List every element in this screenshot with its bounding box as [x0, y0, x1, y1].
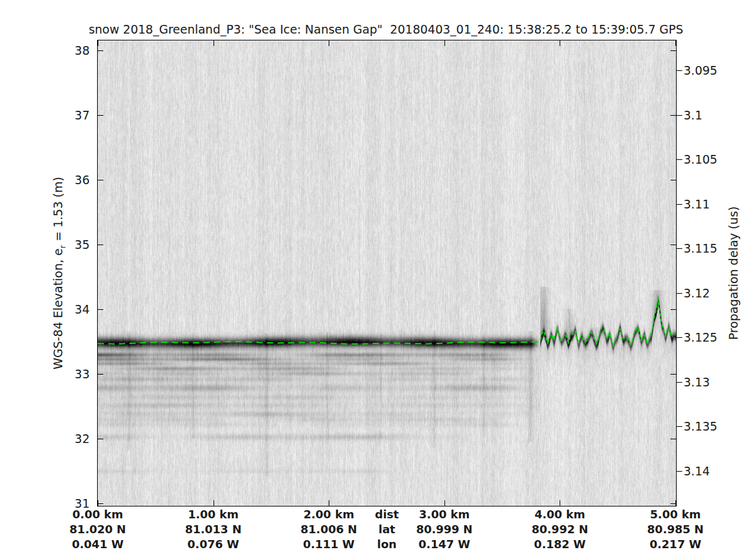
x-tick-lat: 80.992 N — [513, 522, 606, 537]
right-axis-tick-mark — [677, 115, 682, 116]
ytick-label-elevation: 34 — [52, 302, 90, 317]
right-axis-tick-mark — [677, 248, 682, 249]
x-tick-lat: 81.020 N — [51, 522, 144, 537]
ytick-label-elevation: 38 — [52, 43, 90, 58]
x-tick-dist: 5.00 km — [629, 507, 722, 522]
x-tick-lon: 0.182 W — [513, 537, 606, 552]
x-tick-label-column: 5.00 km80.985 N0.217 W — [629, 507, 722, 552]
x-tick-label-column: 0.00 km81.020 N0.041 W — [51, 507, 144, 552]
x-tick-dist: 0.00 km — [51, 507, 144, 522]
x-axis-row-legend-item: lon — [341, 537, 434, 552]
x-tick-label-column: 1.00 km81.013 N0.076 W — [167, 507, 260, 552]
x-tick-dist: 1.00 km — [167, 507, 260, 522]
right-axis-tick-mark — [677, 70, 682, 71]
right-axis-tick-mark — [677, 159, 682, 160]
ytick-label-delay: 3.14 — [684, 464, 710, 478]
ytick-label-delay: 3.125 — [684, 330, 717, 345]
ytick-label-delay: 3.135 — [684, 419, 717, 434]
right-axis-tick-mark — [677, 382, 682, 383]
ytick-label-delay: 3.13 — [684, 375, 710, 390]
ytick-label-delay: 3.1 — [684, 108, 702, 123]
radar-echogram-figure: snow 2018_Greenland_P3: "Sea Ice: Nansen… — [0, 0, 747, 560]
right-axis-tick-mark — [677, 471, 682, 472]
ytick-label-elevation: 36 — [52, 172, 90, 187]
right-axis-tick-mark — [677, 426, 682, 427]
ytick-label-delay: 3.11 — [684, 197, 710, 212]
ytick-label-elevation: 32 — [52, 431, 90, 446]
ytick-label-delay: 3.12 — [684, 286, 710, 301]
x-tick-lon: 0.041 W — [51, 537, 144, 552]
right-axis-label: Propagation delay (us) — [726, 207, 740, 340]
ytick-label-delay: 3.115 — [684, 241, 717, 256]
x-axis-row-legend: distlatlon — [341, 507, 434, 552]
left-axis-label: WGS-84 Elevation, er = 1.53 (m) — [51, 177, 67, 370]
right-axis-tick-mark — [677, 204, 682, 205]
x-tick-lon: 0.076 W — [167, 537, 260, 552]
x-tick-lat: 80.985 N — [629, 522, 722, 537]
ytick-label-delay: 3.105 — [684, 152, 717, 167]
x-tick-lon: 0.217 W — [629, 537, 722, 552]
ytick-label-elevation: 37 — [52, 108, 90, 123]
ytick-label-delay: 3.095 — [684, 63, 717, 78]
ytick-label-elevation: 35 — [52, 237, 90, 252]
echogram-canvas — [97, 40, 677, 506]
x-axis-row-legend-item: dist — [341, 507, 434, 522]
x-tick-dist: 4.00 km — [513, 507, 606, 522]
x-tick-lat: 81.013 N — [167, 522, 260, 537]
ytick-label-elevation: 33 — [52, 366, 90, 381]
chart-title: snow 2018_Greenland_P3: "Sea Ice: Nansen… — [75, 22, 697, 36]
x-axis-row-legend-item: lat — [341, 522, 434, 537]
x-tick-label-column: 4.00 km80.992 N0.182 W — [513, 507, 606, 552]
right-axis-tick-mark — [677, 293, 682, 294]
right-axis-tick-mark — [677, 337, 682, 338]
